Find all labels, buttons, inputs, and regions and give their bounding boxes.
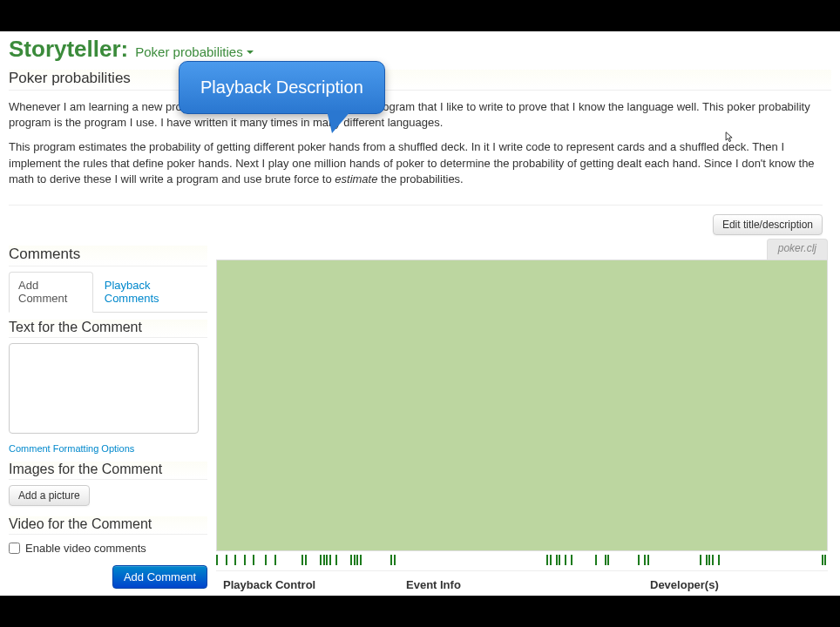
timeline-tick [216, 555, 218, 565]
event-info-heading: Event Info [406, 578, 636, 591]
timeline-tick [323, 555, 325, 565]
timeline-tick [226, 555, 227, 565]
timeline-tick [700, 555, 701, 565]
tooltip-text: Playback Description [179, 61, 385, 114]
timeline-tick [822, 555, 823, 565]
header: Storyteller: Poker probabilities [9, 36, 831, 63]
comment-formatting-link[interactable]: Comment Formatting Options [9, 443, 134, 454]
project-dropdown[interactable]: Poker probabilities [135, 44, 253, 59]
timeline-tick [571, 555, 572, 565]
timeline-tick [329, 555, 331, 565]
description-paragraph-1: Whenever I am learning a new programming… [9, 99, 823, 131]
timeline-tick [718, 555, 720, 565]
timeline-tick [356, 555, 358, 565]
timeline-tick [360, 555, 362, 565]
timeline-tick [824, 555, 826, 565]
comment-textarea[interactable] [9, 343, 199, 434]
tooltip-tail-icon [327, 111, 351, 133]
timeline-tick [644, 555, 646, 565]
timeline-tick [556, 555, 558, 565]
chevron-down-icon [247, 51, 254, 54]
enable-video-checkbox[interactable] [9, 543, 20, 554]
description-box: Whenever I am learning a new programming… [9, 96, 823, 206]
timeline-tick [712, 555, 714, 565]
description-title: Poker probabilities [9, 70, 831, 91]
edit-title-description-button[interactable]: Edit title/description [713, 214, 823, 235]
timeline-tick [354, 555, 356, 565]
playback-control-heading: Playback Control [223, 578, 392, 591]
timeline-tick [559, 555, 560, 565]
comment-tabs: Add Comment Playback Comments [9, 272, 207, 313]
timeline-tick [335, 555, 337, 565]
add-picture-button[interactable]: Add a picture [9, 485, 90, 506]
code-editor[interactable] [216, 260, 828, 551]
cursor-icon [725, 131, 734, 144]
file-tab[interactable]: poker.clj [767, 239, 828, 260]
timeline-tick [274, 555, 276, 565]
timeline-tick [320, 555, 322, 565]
timeline-tick [390, 555, 392, 565]
timeline-tick [265, 555, 267, 565]
timeline-tick [550, 555, 552, 565]
timeline-tick [595, 555, 597, 565]
timeline-tick [546, 555, 548, 565]
timeline-tick [638, 555, 640, 565]
timeline-tick [565, 555, 566, 565]
timeline-tick [607, 555, 609, 565]
description-paragraph-2: This program estimates the probability o… [9, 139, 823, 187]
video-for-comment-heading: Video for the Comment [9, 516, 207, 535]
timeline-tick [244, 555, 246, 565]
timeline-tick [706, 555, 708, 565]
developers-heading: Developer(s) [650, 578, 821, 591]
timeline-tick [305, 555, 307, 565]
timeline-tick [301, 555, 303, 565]
dropdown-label-text: Poker probabilities [135, 44, 242, 59]
text-for-comment-heading: Text for the Comment [9, 320, 207, 338]
enable-video-label: Enable video comments [25, 542, 146, 555]
timeline-tick [253, 555, 254, 565]
enable-video-checkbox-row[interactable]: Enable video comments [9, 542, 207, 555]
tab-add-comment[interactable]: Add Comment [9, 272, 93, 313]
timeline-tick [234, 555, 236, 565]
tab-playback-comments[interactable]: Playback Comments [95, 272, 207, 312]
event-count-label: Relevant Event count: 0/14205 [406, 595, 636, 596]
add-comment-button[interactable]: Add Comment [112, 565, 207, 589]
timeline-tick [350, 555, 352, 565]
app-title: Storyteller: [9, 36, 128, 63]
timeline-tick [394, 555, 396, 565]
event-timeline[interactable] [216, 553, 828, 567]
comments-heading: Comments [9, 246, 207, 266]
timeline-tick [326, 555, 328, 565]
timeline-tick [647, 555, 649, 565]
tooltip-playback-description: Playback Description [179, 61, 385, 114]
images-for-comment-heading: Images for the Comment [9, 462, 207, 480]
timeline-tick [605, 555, 606, 565]
timeline-tick [708, 555, 710, 565]
